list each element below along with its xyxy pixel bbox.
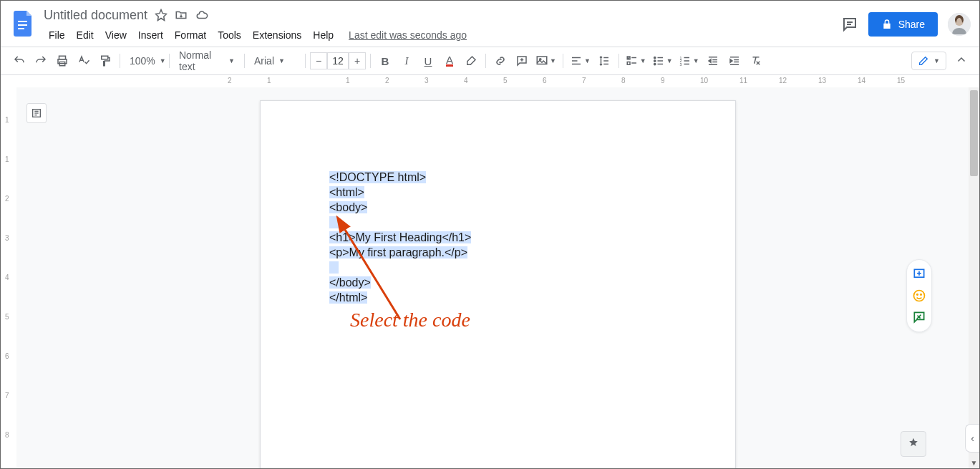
insert-comment-button[interactable] bbox=[512, 51, 532, 71]
move-folder-icon[interactable] bbox=[175, 9, 188, 21]
insert-link-button[interactable] bbox=[490, 51, 510, 71]
vertical-ruler[interactable]: 112345678 bbox=[1, 87, 16, 468]
svg-point-55 bbox=[917, 294, 918, 296]
bold-button[interactable]: B bbox=[375, 51, 395, 71]
menu-format[interactable]: Format bbox=[170, 26, 211, 44]
chevron-down-icon: ▼ bbox=[550, 57, 556, 64]
horizontal-ruler[interactable]: 21123456789101112131415 bbox=[1, 75, 979, 87]
svg-rect-0 bbox=[18, 21, 27, 22]
scroll-down-arrow[interactable]: ▼ bbox=[969, 458, 979, 468]
font-size-decrease[interactable]: − bbox=[310, 52, 327, 69]
svg-point-26 bbox=[654, 60, 655, 62]
menu-edit[interactable]: Edit bbox=[72, 26, 99, 44]
document-line[interactable]: </html> bbox=[329, 290, 666, 305]
menu-file[interactable]: File bbox=[44, 26, 70, 44]
annotation-text: Select the code bbox=[350, 309, 470, 332]
toolbar-separator bbox=[120, 54, 120, 68]
page-scroll-area[interactable]: <!DOCTYPE html><html><body> <h1>My First… bbox=[16, 87, 979, 468]
last-edit-link[interactable]: Last edit was seconds ago bbox=[349, 29, 467, 41]
star-icon[interactable] bbox=[155, 9, 168, 21]
document-line[interactable] bbox=[329, 215, 666, 230]
paint-format-button[interactable] bbox=[95, 51, 115, 71]
font-size-input[interactable] bbox=[327, 52, 349, 69]
paragraph-style-combo[interactable]: Normal text▼ bbox=[174, 52, 240, 70]
document-line[interactable]: <!DOCTYPE html> bbox=[329, 170, 666, 185]
suggest-edits-button[interactable] bbox=[911, 309, 928, 326]
document-line[interactable] bbox=[329, 260, 666, 275]
toolbar-separator bbox=[563, 54, 563, 68]
share-label: Share bbox=[898, 19, 925, 30]
redo-button[interactable] bbox=[31, 51, 51, 71]
font-value: Arial bbox=[254, 55, 274, 67]
insert-image-button[interactable]: ▼ bbox=[533, 51, 558, 71]
print-button[interactable] bbox=[52, 51, 72, 71]
underline-button[interactable]: U bbox=[418, 51, 438, 71]
add-emoji-button[interactable] bbox=[911, 287, 928, 304]
toolbar-separator bbox=[305, 54, 306, 68]
menu-tools[interactable]: Tools bbox=[213, 26, 246, 44]
chevron-down-icon: ▼ bbox=[160, 57, 166, 64]
document-line[interactable]: <body> bbox=[329, 200, 666, 215]
comment-rail bbox=[906, 259, 932, 332]
text-color-button[interactable]: A bbox=[440, 51, 460, 71]
numbered-list-button[interactable]: 123▼ bbox=[676, 51, 702, 71]
toolbar-separator bbox=[618, 54, 619, 68]
svg-rect-10 bbox=[102, 56, 108, 59]
comments-history-icon[interactable] bbox=[841, 16, 858, 33]
menu-view[interactable]: View bbox=[100, 26, 132, 44]
toolbar-separator bbox=[169, 54, 170, 68]
checklist-button[interactable]: ▼ bbox=[624, 51, 649, 71]
document-line[interactable]: <p>My first paragraph.</p> bbox=[329, 245, 666, 260]
svg-rect-2 bbox=[18, 28, 24, 29]
docs-logo[interactable] bbox=[9, 9, 38, 38]
header-right: Share bbox=[841, 12, 971, 37]
font-combo[interactable]: Arial▼ bbox=[249, 52, 301, 70]
zoom-combo[interactable]: 100%▼ bbox=[125, 52, 165, 70]
increase-indent-button[interactable] bbox=[724, 51, 744, 71]
document-line[interactable]: <html> bbox=[329, 185, 666, 200]
add-comment-button[interactable] bbox=[911, 266, 928, 283]
document-line[interactable]: </body> bbox=[329, 275, 666, 290]
document-page[interactable]: <!DOCTYPE html><html><body> <h1>My First… bbox=[260, 100, 736, 468]
cloud-status-icon[interactable] bbox=[195, 9, 209, 21]
side-panel-toggle[interactable]: ‹ bbox=[965, 424, 979, 453]
toolbar-separator bbox=[244, 54, 245, 68]
menu-extensions[interactable]: Extensions bbox=[248, 26, 306, 44]
chevron-down-icon: ▼ bbox=[693, 57, 699, 64]
lock-icon bbox=[881, 19, 893, 30]
menu-help[interactable]: Help bbox=[308, 26, 339, 44]
vertical-scrollbar[interactable]: ▲ ▼ bbox=[969, 87, 979, 468]
decrease-indent-button[interactable] bbox=[703, 51, 723, 71]
svg-point-54 bbox=[914, 291, 925, 301]
chevron-down-icon: ▼ bbox=[666, 57, 673, 64]
zoom-value: 100% bbox=[130, 55, 155, 67]
bulleted-list-button[interactable]: ▼ bbox=[650, 51, 675, 71]
document-line[interactable]: <h1>My First Heading</h1> bbox=[329, 230, 666, 245]
clear-formatting-button[interactable] bbox=[746, 51, 766, 71]
app-header: Untitled document File Edit View Insert … bbox=[1, 1, 979, 47]
font-size-stepper: − + bbox=[310, 52, 366, 69]
spellcheck-button[interactable] bbox=[74, 51, 94, 71]
svg-point-56 bbox=[921, 294, 922, 296]
scroll-thumb[interactable] bbox=[970, 90, 978, 176]
highlight-color-button[interactable] bbox=[461, 51, 481, 71]
menu-bar: File Edit View Insert Format Tools Exten… bbox=[44, 24, 841, 44]
account-avatar[interactable] bbox=[948, 13, 971, 36]
chevron-down-icon: ▼ bbox=[640, 57, 646, 64]
italic-button[interactable]: I bbox=[397, 51, 417, 71]
collapse-header-button[interactable] bbox=[952, 51, 971, 72]
style-value: Normal text bbox=[179, 49, 224, 72]
explore-button[interactable] bbox=[901, 431, 926, 457]
document-title[interactable]: Untitled document bbox=[44, 8, 147, 23]
line-spacing-button[interactable] bbox=[594, 51, 614, 71]
svg-rect-1 bbox=[18, 24, 27, 26]
svg-text:3: 3 bbox=[679, 62, 681, 67]
menu-insert[interactable]: Insert bbox=[133, 26, 168, 44]
toolbar: 100%▼ Normal text▼ Arial▼ − + B I U A ▼ … bbox=[1, 47, 979, 75]
font-size-increase[interactable]: + bbox=[349, 52, 366, 69]
editing-mode-button[interactable]: ▼ bbox=[911, 52, 946, 70]
align-button[interactable]: ▼ bbox=[568, 51, 593, 71]
undo-button[interactable] bbox=[9, 51, 29, 71]
toolbar-separator bbox=[370, 54, 371, 68]
share-button[interactable]: Share bbox=[868, 12, 938, 37]
